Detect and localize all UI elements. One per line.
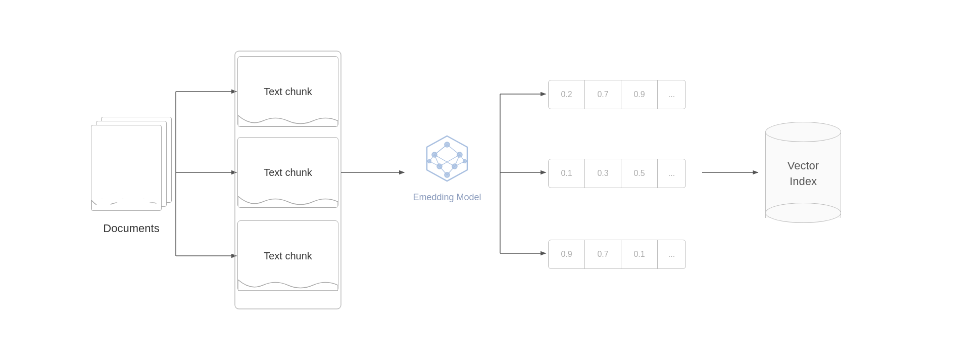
- chunk-wave-3: [238, 280, 338, 291]
- embedding-label: Emedding Model: [413, 191, 481, 204]
- svg-line-33: [429, 161, 439, 166]
- chunk-box-3: Text chunk: [237, 220, 338, 291]
- chunk-box-1: Text chunk: [237, 56, 338, 127]
- vector-row-3: 0.9 0.7 0.1 ...: [548, 240, 686, 269]
- svg-line-22: [447, 145, 460, 155]
- vec1-cell2: 0.7: [585, 80, 621, 109]
- vec3-cell1: 0.9: [549, 240, 585, 268]
- vec2-cell4: ...: [658, 159, 685, 188]
- vec2-cell3: 0.5: [621, 159, 658, 188]
- vec3-cell2: 0.7: [585, 240, 621, 268]
- vec1-cell4: ...: [658, 80, 685, 109]
- svg-line-27: [439, 166, 447, 175]
- doc-wave: [91, 200, 161, 210]
- vec2-cell2: 0.3: [585, 159, 621, 188]
- cylinder-bottom: [765, 203, 841, 223]
- vec3-cell3: 0.1: [621, 240, 658, 268]
- documents-stack: [91, 117, 172, 218]
- vec1-cell3: 0.9: [621, 80, 658, 109]
- svg-line-35: [455, 161, 465, 166]
- embedding-group: Emedding Model: [409, 132, 485, 204]
- chunk-label-3: Text chunk: [264, 250, 312, 262]
- cylinder-top: [765, 122, 841, 142]
- chunk-label-2: Text chunk: [264, 167, 312, 178]
- chunk-box-2: Text chunk: [237, 137, 338, 208]
- svg-line-29: [434, 145, 447, 155]
- cylinder: Vector Index: [765, 122, 841, 223]
- vec2-cell1: 0.1: [549, 159, 585, 188]
- chunk-wave-2: [238, 196, 338, 207]
- documents-group: Documents: [91, 117, 172, 235]
- cylinder-label: Vector Index: [788, 158, 819, 190]
- vector-row-2: 0.1 0.3 0.5 ...: [548, 159, 686, 188]
- diagram-container: Documents Text chunk Text chunk Text chu…: [61, 23, 919, 337]
- svg-line-28: [447, 166, 455, 175]
- vec3-cell4: ...: [658, 240, 685, 268]
- embedding-brain-icon: [414, 132, 480, 188]
- vector-index-group: Vector Index: [765, 122, 841, 223]
- chunk-wave-1: [238, 115, 338, 126]
- vector-row-1: 0.2 0.7 0.9 ...: [548, 80, 686, 109]
- documents-label: Documents: [91, 222, 172, 235]
- doc-page-3: [91, 125, 162, 211]
- vec1-cell1: 0.2: [549, 80, 585, 109]
- chunk-label-1: Text chunk: [264, 86, 312, 98]
